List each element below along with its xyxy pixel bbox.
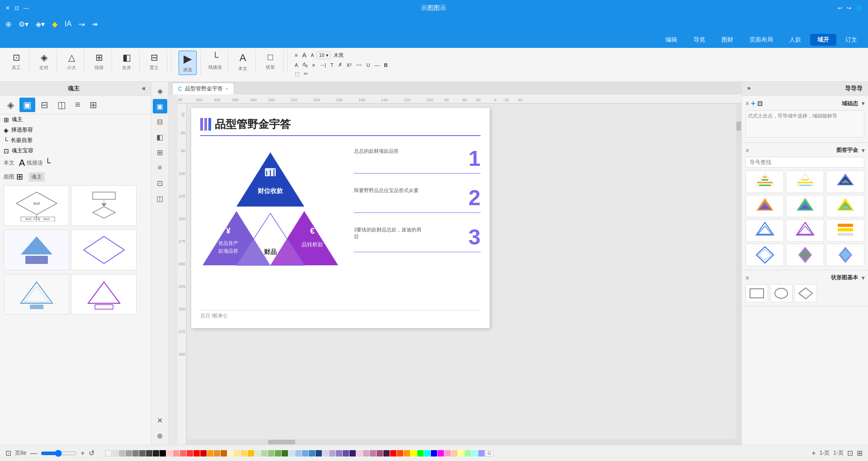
color-swatch-p2[interactable]	[329, 450, 335, 456]
font-large-btn[interactable]: A	[300, 51, 308, 60]
align-button[interactable]: ◈ 左对	[35, 51, 53, 72]
superscript-btn[interactable]: X²	[345, 61, 354, 69]
color-swatch-bw-3[interactable]	[119, 450, 125, 456]
color-swatch-v3[interactable]	[404, 450, 410, 456]
color-swatch-r3[interactable]	[180, 450, 186, 456]
style-close-btn[interactable]: ×	[745, 100, 749, 107]
style-textarea[interactable]	[745, 110, 864, 137]
basic-shape-rect[interactable]	[745, 284, 768, 302]
text-tool[interactable]: IA	[63, 19, 73, 29]
basic-shapes-close-btn[interactable]: ×	[745, 274, 749, 282]
menu-pagelayout[interactable]: 页面布局	[742, 34, 780, 46]
basic-shape-circle[interactable]	[770, 284, 793, 302]
strip-more[interactable]: ⊗	[153, 428, 167, 443]
underline-btn[interactable]: U	[364, 61, 372, 69]
list-btn[interactable]: ≡	[311, 61, 317, 69]
undo-icon[interactable]: ↩	[838, 5, 842, 11]
cursor-tool[interactable]: ⊕	[4, 19, 13, 29]
fit-screen-btn[interactable]: ⊡	[5, 449, 11, 457]
color-swatch-bw-4[interactable]	[126, 450, 132, 456]
restore-icon[interactable]: ⊡	[14, 5, 19, 11]
menu-develop[interactable]: 域开	[810, 34, 836, 46]
template-10[interactable]	[745, 244, 784, 266]
menu-edit[interactable]: 编辑	[658, 34, 684, 46]
main-shapes-label[interactable]: 魂主	[28, 172, 45, 182]
template-11[interactable]	[786, 244, 824, 266]
menu-order[interactable]: 订文	[838, 34, 864, 46]
subscript-btn[interactable]: d6	[301, 61, 309, 69]
strip-extra[interactable]: ◫	[153, 191, 167, 206]
strip-table[interactable]: ⊡	[153, 176, 167, 190]
arrow-tool[interactable]: ↠	[90, 19, 99, 29]
color-swatch-v1[interactable]	[390, 450, 396, 456]
color-swatch-l1[interactable]	[444, 450, 451, 456]
strip-shapes[interactable]: ▣	[153, 99, 167, 113]
style-expand-icon[interactable]: ▾	[862, 100, 864, 107]
strip-layers[interactable]: ◧	[153, 130, 167, 144]
redo-icon[interactable]: ↪	[847, 5, 851, 11]
color-swatch-pk5[interactable]	[383, 450, 390, 456]
tools-button[interactable]: ⊡ 具工	[7, 51, 25, 72]
font-small-btn[interactable]: A	[309, 52, 316, 59]
shape-preview-2[interactable]	[71, 185, 137, 226]
scroll-thumb-bottom[interactable]	[268, 440, 295, 444]
color-swatch-v5[interactable]	[417, 450, 424, 456]
color-swatch-l6[interactable]	[478, 450, 485, 456]
canvas-page[interactable]: 品型管野金宇答	[191, 108, 490, 328]
gallery-close-btn[interactable]: ×	[745, 147, 749, 154]
color-swatch-b2[interactable]	[295, 450, 302, 456]
text-button[interactable]: A 本文	[234, 51, 252, 73]
canvas-content[interactable]: 50 80 90 100 125 150 175 200 225 250 275…	[178, 103, 741, 445]
color-swatch-black[interactable]	[160, 450, 166, 456]
color-swatch-bw-2[interactable]	[112, 450, 118, 456]
bold-btn[interactable]: B	[382, 61, 389, 69]
color-swatch-y4[interactable]	[248, 450, 254, 456]
font-a-btn[interactable]: A	[293, 61, 300, 69]
indent-btn[interactable]: →|	[318, 61, 328, 69]
collapse-button[interactable]: «	[142, 85, 146, 92]
template-8[interactable]	[786, 219, 824, 242]
scroll-thumb-right[interactable]	[736, 122, 741, 131]
color-swatch-pk3[interactable]	[370, 450, 376, 456]
category-shapes[interactable]: ⊞ 魂主	[0, 114, 151, 125]
layout-button[interactable]: ⊞ 排排	[90, 51, 108, 72]
color-swatch-g3[interactable]	[268, 450, 274, 456]
template-7[interactable]	[745, 219, 784, 242]
color-swatch-g5[interactable]	[282, 450, 288, 456]
color-swatch-r2[interactable]	[173, 450, 179, 456]
color-swatch-v6[interactable]	[424, 450, 430, 456]
place-button[interactable]: ⊟ 置立	[145, 51, 163, 72]
color-swatch-p4[interactable]	[343, 450, 349, 456]
gallery-expand-icon[interactable]: ▾	[862, 147, 864, 154]
tab-close-btn[interactable]: ×	[226, 86, 228, 91]
color-swatch-o1[interactable]	[207, 450, 213, 456]
template-4[interactable]	[745, 195, 784, 217]
color-picker-btn[interactable]: ⊡	[485, 450, 493, 456]
style-add-btn[interactable]: +	[751, 99, 755, 108]
tab-shapes-active[interactable]: ▣	[19, 98, 35, 112]
template-1[interactable]	[745, 170, 784, 193]
template-9[interactable]	[826, 219, 864, 242]
color-swatch-g2[interactable]	[261, 450, 268, 456]
select-button[interactable]: ▶ 择选	[179, 51, 197, 75]
color-swatch-v4[interactable]	[410, 450, 417, 456]
color-swatch-bw-1[interactable]	[105, 450, 112, 456]
tab-paintbucket[interactable]: ◈	[4, 98, 18, 112]
color-swatch-pk4[interactable]	[377, 450, 383, 456]
reset-view-btn[interactable]: ↺	[89, 449, 94, 457]
strikethrough-btn[interactable]: ✗	[336, 61, 344, 69]
color-swatch-v2[interactable]	[397, 450, 403, 456]
font-size-dropdown[interactable]: 10 ▾	[316, 52, 330, 59]
shape-preview-5[interactable]	[4, 274, 69, 315]
color-swatch-g1[interactable]	[255, 450, 261, 456]
tab-image[interactable]: ⊟	[37, 98, 52, 112]
strip-collapse[interactable]: ✕	[153, 413, 167, 428]
view-normal-btn[interactable]: ⊡	[847, 449, 853, 457]
connect-button[interactable]: └ 线接连	[206, 51, 224, 72]
color-swatch-y1[interactable]	[227, 450, 234, 456]
tab-grid[interactable]: ⊞	[86, 98, 101, 112]
web-icon[interactable]: 🌐	[856, 5, 863, 11]
color-swatch-v7[interactable]	[431, 450, 437, 456]
strip-search[interactable]: ⊞	[153, 145, 167, 160]
color-swatch-r6[interactable]	[200, 450, 207, 456]
